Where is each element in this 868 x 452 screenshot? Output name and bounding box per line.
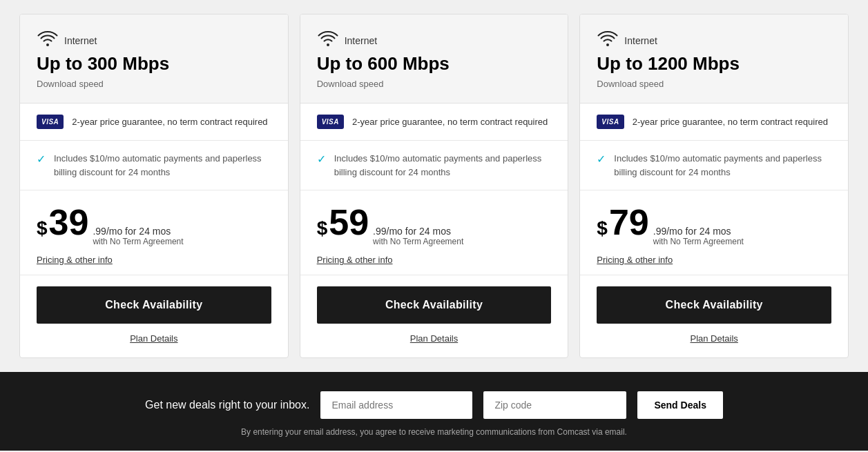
price-term: with No Term Agreement (93, 237, 183, 246)
download-label: Download speed (597, 79, 831, 89)
plan-details-link[interactable]: Plan Details (130, 333, 177, 344)
download-label: Download speed (317, 79, 552, 89)
price-details: .99/mo for 24 mos with No Term Agreement (93, 226, 183, 246)
speed-title: Up to 600 Mbps (317, 53, 552, 75)
check-icon: ✓ (37, 153, 46, 166)
billing-text: Includes $10/mo automatic payments and p… (614, 152, 831, 179)
plan-details-link[interactable]: Plan Details (410, 333, 458, 344)
cta-section: Check Availability Plan Details (20, 275, 288, 357)
cta-section: Check Availability Plan Details (580, 275, 848, 357)
zip-input[interactable] (483, 391, 626, 419)
guarantee-text: 2-year price guarantee, no term contract… (633, 117, 828, 127)
guarantee-section: VISA 2-year price guarantee, no term con… (20, 104, 288, 141)
pricing-other-info-link[interactable]: Pricing & other info (37, 255, 271, 265)
check-availability-button[interactable]: Check Availability (37, 286, 271, 324)
price-main: 39 (49, 204, 89, 240)
price-row: $ 59 .99/mo for 24 mos with No Term Agre… (317, 204, 552, 246)
pricing-section: $ 79 .99/mo for 24 mos with No Term Agre… (580, 190, 848, 275)
pricing-section: $ 39 .99/mo for 24 mos with No Term Agre… (20, 190, 288, 275)
header-icon-text: Internet (597, 31, 831, 50)
price-cents: .99/mo for 24 mos (93, 226, 183, 237)
check-icon: ✓ (317, 153, 326, 166)
visa-badge: VISA (37, 115, 64, 129)
pricing-other-info-link[interactable]: Pricing & other info (317, 255, 552, 265)
guarantee-text: 2-year price guarantee, no term contract… (352, 117, 548, 127)
price-dollar: $ (37, 217, 48, 239)
header-icon-text: Internet (37, 31, 271, 50)
price-row: $ 79 .99/mo for 24 mos with No Term Agre… (597, 204, 831, 246)
card-header: Internet Up to 600 Mbps Download speed (300, 14, 568, 104)
price-cents: .99/mo for 24 mos (653, 226, 744, 237)
price-term: with No Term Agreement (653, 237, 744, 246)
visa-badge: VISA (597, 115, 624, 129)
footer-bar: Get new deals right to your inbox. Send … (0, 372, 868, 451)
price-row: $ 39 .99/mo for 24 mos with No Term Agre… (37, 204, 271, 246)
plan-card-plan-600: Internet Up to 600 Mbps Download speed V… (300, 14, 569, 358)
price-term: with No Term Agreement (373, 237, 463, 246)
internet-label: Internet (345, 35, 377, 46)
plan-card-plan-1200: Internet Up to 1200 Mbps Download speed … (579, 14, 849, 358)
price-details: .99/mo for 24 mos with No Term Agreement (653, 226, 744, 246)
visa-badge: VISA (317, 115, 344, 129)
card-header: Internet Up to 300 Mbps Download speed (20, 14, 288, 104)
card-header: Internet Up to 1200 Mbps Download speed (580, 14, 848, 104)
billing-text: Includes $10/mo automatic payments and p… (334, 152, 552, 179)
cards-container: Internet Up to 300 Mbps Download speed V… (14, 14, 854, 358)
header-icon-text: Internet (317, 31, 552, 50)
price-cents: .99/mo for 24 mos (373, 226, 463, 237)
email-input[interactable] (320, 391, 472, 419)
price-details: .99/mo for 24 mos with No Term Agreement (373, 226, 463, 246)
guarantee-section: VISA 2-year price guarantee, no term con… (580, 104, 848, 141)
check-availability-button[interactable]: Check Availability (317, 286, 552, 324)
pricing-other-info-link[interactable]: Pricing & other info (597, 255, 831, 265)
billing-text: Includes $10/mo automatic payments and p… (54, 152, 271, 179)
wifi-icon (597, 31, 619, 50)
plan-details-link[interactable]: Plan Details (690, 333, 737, 344)
billing-section: ✓ Includes $10/mo automatic payments and… (20, 141, 288, 190)
internet-label: Internet (64, 35, 97, 46)
guarantee-section: VISA 2-year price guarantee, no term con… (300, 104, 568, 141)
speed-title: Up to 300 Mbps (37, 53, 271, 75)
pricing-section: $ 59 .99/mo for 24 mos with No Term Agre… (300, 190, 568, 275)
price-main: 59 (329, 204, 369, 240)
price-main: 79 (609, 204, 649, 240)
internet-label: Internet (624, 35, 657, 46)
footer-tagline: Get new deals right to your inbox. (145, 399, 309, 411)
billing-section: ✓ Includes $10/mo automatic payments and… (580, 141, 848, 190)
billing-section: ✓ Includes $10/mo automatic payments and… (300, 141, 568, 190)
plan-card-plan-300: Internet Up to 300 Mbps Download speed V… (19, 14, 289, 358)
wifi-icon (37, 31, 59, 50)
wifi-icon (317, 31, 339, 50)
guarantee-text: 2-year price guarantee, no term contract… (72, 117, 267, 127)
main-content: Internet Up to 300 Mbps Download speed V… (0, 0, 868, 358)
speed-title: Up to 1200 Mbps (597, 53, 831, 75)
check-icon: ✓ (597, 153, 606, 166)
download-label: Download speed (37, 79, 271, 89)
price-dollar: $ (317, 217, 328, 239)
footer-disclaimer: By entering your email address, you agre… (14, 427, 854, 437)
send-deals-button[interactable]: Send Deals (637, 391, 722, 419)
footer-content: Get new deals right to your inbox. Send … (14, 391, 854, 419)
price-dollar: $ (597, 217, 608, 239)
check-availability-button[interactable]: Check Availability (597, 286, 831, 324)
cta-section: Check Availability Plan Details (300, 275, 568, 357)
